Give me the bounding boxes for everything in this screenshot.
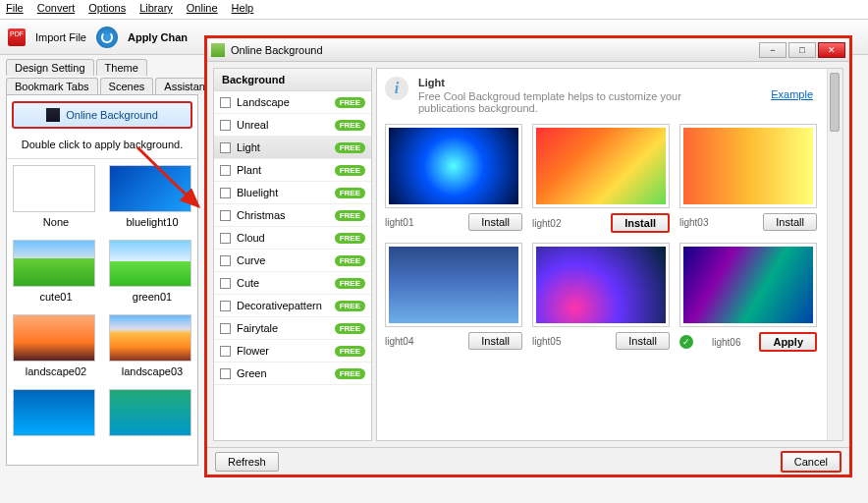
checkbox-icon — [220, 165, 231, 176]
dialog-icon — [211, 43, 225, 57]
checkbox-icon — [220, 120, 231, 131]
category-item-cute[interactable]: CuteFREE — [214, 272, 371, 295]
free-badge: FREE — [335, 368, 365, 379]
thumbnail-sky1[interactable]: cute01 — [13, 240, 99, 303]
category-item-christmas[interactable]: ChristmasFREE — [214, 204, 371, 227]
tab-bookmark[interactable]: Bookmark Tabs — [6, 78, 98, 94]
thumbnail-image — [13, 389, 95, 436]
free-badge: FREE — [335, 346, 365, 357]
install-button[interactable]: Install — [468, 332, 522, 350]
checkbox-icon — [220, 142, 231, 153]
cancel-button[interactable]: Cancel — [781, 451, 841, 473]
category-item-cloud[interactable]: CloudFREE — [214, 227, 371, 250]
window-close-button[interactable]: ✕ — [818, 42, 845, 58]
info-title: Light — [418, 77, 713, 88]
template-grid: light01Installlight02Installlight03Insta… — [385, 124, 817, 352]
apply-changes-icon — [96, 27, 118, 48]
tab-design-setting[interactable]: Design Setting — [6, 59, 94, 76]
category-name: Flower — [237, 345, 329, 357]
category-item-light[interactable]: LightFREE — [214, 137, 371, 159]
install-button[interactable]: Install — [616, 332, 670, 350]
category-item-fairytale[interactable]: FairytaleFREE — [214, 317, 371, 340]
thumbnail-grid: Nonebluelight10cute01green01landscape02l… — [7, 159, 197, 446]
template-image[interactable] — [532, 124, 670, 208]
thumbnail-sun1[interactable]: landscape02 — [13, 314, 99, 377]
category-name: Light — [237, 141, 329, 153]
import-file-button[interactable]: Import File — [35, 31, 86, 43]
category-item-landscape[interactable]: LandscapeFREE — [214, 91, 371, 114]
thumbnail-image — [13, 165, 95, 212]
menu-online[interactable]: Online — [187, 2, 218, 17]
thumbnail-none[interactable]: None — [13, 165, 99, 228]
template-image[interactable] — [385, 243, 522, 327]
example-link[interactable]: Example — [771, 88, 813, 100]
dialog-title: Online Background — [231, 44, 323, 56]
menu-options[interactable]: Options — [88, 2, 126, 17]
template-image[interactable] — [385, 124, 522, 208]
thumbnail-sun2[interactable]: landscape03 — [109, 314, 195, 377]
category-name: Green — [237, 367, 329, 379]
thumbnail-blue[interactable]: bluelight10 — [109, 165, 195, 228]
menu-library[interactable]: Library — [139, 2, 173, 17]
install-button[interactable]: Install — [763, 213, 817, 231]
thumbnail-label: landscape02 — [13, 365, 99, 377]
free-badge: FREE — [335, 233, 365, 244]
install-button[interactable]: Install — [468, 213, 522, 231]
thumbnail-blue3[interactable] — [109, 389, 195, 440]
free-badge: FREE — [335, 323, 365, 334]
thumbnail-blue2[interactable] — [13, 389, 99, 440]
menu-help[interactable]: Help — [232, 2, 254, 17]
checkbox-icon — [220, 301, 231, 311]
category-item-bluelight[interactable]: BluelightFREE — [214, 182, 371, 204]
free-badge: FREE — [335, 142, 365, 153]
window-maximize-button[interactable]: □ — [788, 42, 816, 58]
tab-scenes[interactable]: Scenes — [100, 78, 154, 94]
template-image[interactable] — [679, 124, 817, 208]
apply-button[interactable]: Apply — [759, 332, 817, 352]
category-item-unreal[interactable]: UnrealFREE — [214, 114, 371, 137]
template-name: light01 — [385, 217, 413, 228]
free-badge: FREE — [335, 120, 365, 131]
category-item-green[interactable]: GreenFREE — [214, 363, 371, 385]
window-minimize-button[interactable]: − — [759, 42, 787, 58]
category-header: Background — [214, 69, 371, 91]
thumbnail-label: green01 — [109, 291, 195, 303]
refresh-button[interactable]: Refresh — [215, 452, 279, 472]
scrollbar[interactable] — [827, 69, 842, 440]
thumbnail-image — [13, 314, 95, 362]
category-name: Fairytale — [237, 322, 329, 334]
category-name: Bluelight — [237, 187, 329, 198]
online-background-label: Online Background — [66, 109, 158, 121]
preview-column: i Light Free Cool Backgroud template hel… — [376, 68, 843, 441]
menu-file[interactable]: File — [6, 2, 24, 17]
scrollbar-thumb[interactable] — [830, 73, 840, 132]
thumbnail-label: None — [13, 216, 99, 228]
menubar: File Convert Options Library Online Help — [0, 0, 868, 20]
dialog-footer: Refresh Cancel — [207, 447, 849, 475]
category-item-decorativepattern[interactable]: DecorativepatternFREE — [214, 295, 371, 317]
checkbox-icon — [220, 323, 231, 334]
template-light01: light01Install — [385, 124, 522, 233]
apply-changes-button[interactable]: Apply Chan — [128, 31, 188, 43]
online-background-button[interactable]: Online Background — [12, 101, 192, 129]
checkbox-icon — [220, 368, 231, 379]
thumbnail-sky2[interactable]: green01 — [109, 240, 195, 303]
panel-hint: Double click to apply background. — [7, 135, 197, 159]
menu-convert[interactable]: Convert — [37, 2, 76, 17]
template-image[interactable] — [679, 243, 817, 327]
thumbnail-label: landscape03 — [109, 365, 195, 377]
category-name: Unreal — [237, 119, 329, 131]
template-light06: ✓light06Apply — [679, 243, 817, 352]
tab-theme[interactable]: Theme — [96, 59, 147, 76]
category-name: Christmas — [237, 209, 329, 221]
template-light03: light03Install — [679, 124, 817, 233]
category-name: Curve — [237, 254, 329, 266]
category-item-curve[interactable]: CurveFREE — [214, 250, 371, 272]
category-item-plant[interactable]: PlantFREE — [214, 159, 371, 182]
category-item-flower[interactable]: FlowerFREE — [214, 340, 371, 363]
install-button[interactable]: Install — [611, 213, 670, 233]
free-badge: FREE — [335, 97, 365, 108]
category-list[interactable]: LandscapeFREEUnrealFREELightFREEPlantFRE… — [214, 91, 371, 437]
free-badge: FREE — [335, 301, 365, 311]
template-image[interactable] — [532, 243, 670, 327]
